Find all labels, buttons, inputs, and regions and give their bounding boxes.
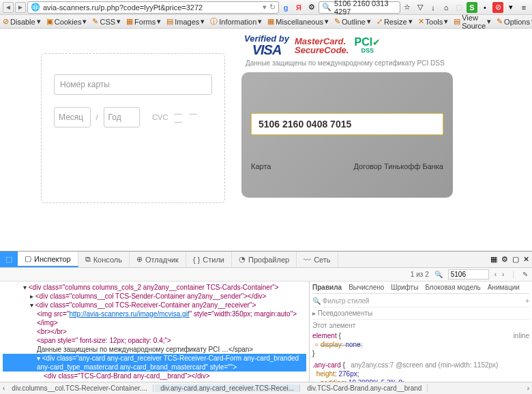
selected-node[interactable]: ▾ <div class="any-card any-card_receiver… [3,354,306,372]
month-select[interactable]: Месяц [54,107,91,127]
wd-images[interactable]: ▤Images▾ [166,17,205,26]
devtools-panel: ⬚ ▢ Инспектор ⧉ Консоль ⊕ Отладчик { } С… [0,251,532,394]
devtools-settings-icon[interactable]: ▦ [490,255,497,264]
sender-card-form: Номер карты Месяц / Год CVC — — — [41,53,225,203]
visa-logo: Verified by VISA [244,34,289,57]
crumb-2[interactable]: div.any-card.any-card_receiver.TCS-Recei… [155,384,300,392]
cvc-label: CVC [152,113,168,121]
card-label: Карта [251,162,271,170]
mastercard-logo: MasterCard. SecureCode. [295,37,349,55]
subtab-anim[interactable]: Анимации [488,283,520,292]
search-icon: 🔍 [322,3,331,12]
tab-debugger[interactable]: ⊕ Отладчик [130,252,186,267]
tab-profiler[interactable]: ◔ Профайлер [232,252,297,267]
more-icon[interactable]: ▾ [505,2,516,13]
devtools-dock-icon[interactable]: ▢ [512,255,519,264]
wd-tools[interactable]: ✕Tools▾ [418,17,449,26]
card-number-input[interactable]: Номер карты [54,74,212,95]
wd-outline[interactable]: ✎Outline▾ [334,17,371,26]
reload-icon[interactable]: ↻ [269,3,276,12]
tab-console[interactable]: ⧉ Консоль [78,252,130,267]
download-icon[interactable]: ↓ [428,2,439,13]
address-bar: ◄ ► 🌐 avia-scanners.ru/p.php?code=lyyPt&… [0,0,532,15]
dropdown-icon[interactable]: ▾ [263,3,267,12]
search-prev-icon[interactable]: ‹ [494,271,497,278]
pocket-icon[interactable]: ▽ [415,2,426,13]
bullet-icon[interactable]: • [479,2,490,13]
crumb-3[interactable]: div.TCS-Card-Brand.any-card__brand [301,384,428,392]
devtools-search-input[interactable] [448,269,489,279]
wd-viewsource[interactable]: ▤View Source▾ [454,14,491,30]
menu-icon[interactable]: ≡ [518,2,529,13]
this-element-header: Этот элемент [312,320,529,331]
breadcrumb: ‹ div.columns__col.TCS-Receiver-Containe… [0,382,532,394]
html-tree[interactable]: ▾ <div class="columns columns_cols_2 any… [0,282,309,382]
abp-icon[interactable]: ⊘ [492,2,503,13]
contract-label: Договор Тинькофф Банка [353,162,443,170]
tool-icon[interactable]: ⚙ [306,2,317,13]
wd-css[interactable]: ✎CSS▾ [92,17,121,26]
css-subtabs: Правила Вычислено Шрифты Блоковая модель… [312,283,529,294]
s-icon[interactable]: S [467,2,477,13]
year-select[interactable]: Год [104,107,141,127]
eyedropper-icon[interactable]: ✎ [522,271,528,278]
tab-inspector[interactable]: ▢ Инспектор [18,252,78,267]
tab-network[interactable]: 〰 Сеть [297,252,338,267]
wd-misc[interactable]: ▦Miscellaneous▾ [267,17,329,26]
ya-icon[interactable]: Я [293,2,304,13]
cvc-input[interactable]: — — — [173,107,212,127]
crumb-next-icon[interactable]: › [527,384,529,392]
home-icon[interactable]: ⌂ [441,2,452,13]
devtools-tabs: ⬚ ▢ Инспектор ⧉ Консоль ⊕ Отладчик { } С… [0,252,532,268]
pseudo-header[interactable]: ▸ Псевдоэлементы [312,307,529,320]
subtab-fonts[interactable]: Шрифты [391,283,418,292]
search-count: 1 из 2 [411,271,429,278]
tab-styles[interactable]: { } Стили [186,252,232,267]
wd-options[interactable]: ✎Options▾ [497,17,532,26]
css-filter-input[interactable]: 🔍 Фильтр стилей+ [312,295,529,307]
wd-disable[interactable]: ⊘Disable▾ [3,17,41,26]
css-rules-panel[interactable]: Правила Вычислено Шрифты Блоковая модель… [309,282,532,382]
subtab-box[interactable]: Блоковая модель [425,283,480,292]
google-icon[interactable]: g [280,2,291,13]
bookmark-icon[interactable]: ☆ [402,2,413,13]
slash: / [96,113,98,121]
wd-cookies[interactable]: ▣Cookies▾ [46,17,87,26]
receiver-card-number-input[interactable]: 5106 2160 0408 7015 [251,113,443,135]
devtools-gear-icon[interactable]: ⚙ [501,255,508,264]
web-developer-toolbar: ⊘Disable▾ ▣Cookies▾ ✎CSS▾ ▦Forms▾ ▤Image… [0,15,532,29]
search-next-icon[interactable]: › [502,271,504,278]
devtools-close-icon[interactable]: ✕ [523,255,529,264]
crumb-prev-icon[interactable]: ‹ [3,384,5,392]
wd-forms[interactable]: ▦Forms▾ [126,17,161,26]
subtab-rules[interactable]: Правила [312,283,342,292]
search-input[interactable]: 🔍 5106 2160 0313 4297 [319,1,400,14]
receiver-block: Verified by VISA MasterCard. SecureCode.… [241,34,518,251]
rss-icon[interactable]: ▢ [454,2,464,13]
subtab-computed[interactable]: Вычислено [349,283,384,292]
forward-button[interactable]: ► [15,2,26,13]
page-content: Номер карты Месяц / Год CVC — — — Verifi… [0,29,532,251]
globe-icon: 🌐 [31,3,40,12]
receiver-card: 5106 2160 0408 7015 Карта Договор Тинько… [241,72,453,198]
security-logos: Verified by VISA MasterCard. SecureCode.… [241,34,518,57]
pci-logo: PCI✔ DSS [354,37,381,54]
devtools-search-row: 1 из 2 🔍 ‹ › | ✎ [0,268,532,282]
crumb-1[interactable]: div.columns__col.TCS-Receiver-Container.… [6,384,153,392]
security-text: Данные защищены по международному сертиф… [241,59,518,67]
wd-info[interactable]: ⓘInformation▾ [210,16,262,27]
wd-resize[interactable]: ⤢Resize▾ [376,17,413,26]
url-input[interactable]: 🌐 avia-scanners.ru/p.php?code=lyyPt&pric… [27,1,279,14]
back-button[interactable]: ◄ [3,2,14,13]
pick-element-button[interactable]: ⬚ [0,252,18,267]
